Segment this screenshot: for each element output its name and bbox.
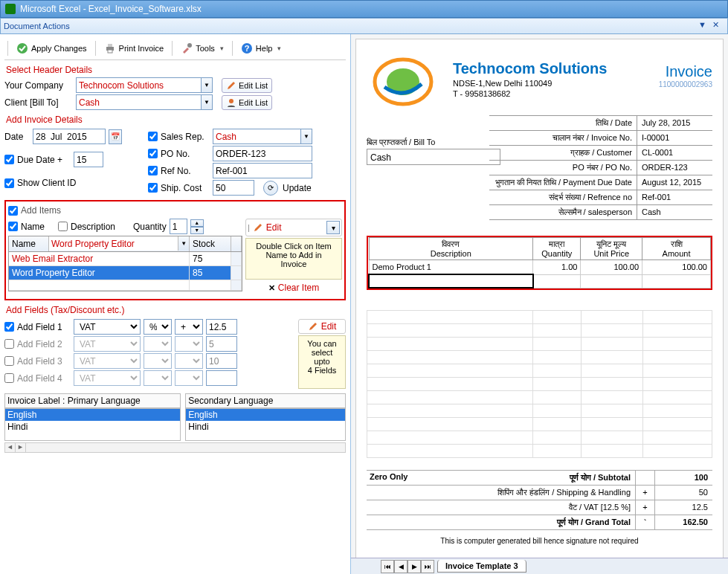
refno-label: Ref No. [161,166,210,176]
dropdown-icon[interactable]: ▼ [698,20,710,32]
company-logo [370,56,437,108]
primary-lang-list[interactable]: English Hindi [4,408,181,441]
horizontal-scrollbar[interactable]: ◄► [4,442,346,453]
field1-op[interactable]: + [175,319,203,335]
chevron-down-icon[interactable]: ▼ [300,129,312,144]
field2-checkbox[interactable] [4,339,14,349]
primary-lang-label: Invoice Label : Primary Language [4,393,181,408]
app-name: Microsoft Excel - [20,4,86,14]
qty-down-button[interactable]: ▼ [190,227,204,234]
date-picker-button[interactable]: 📅 [109,129,122,144]
svg-text:?: ? [244,44,249,53]
field3-checkbox[interactable] [4,356,14,366]
titlebar: Microsoft Excel - Excel_Invoice_Software… [0,0,728,18]
pono-checkbox[interactable] [148,149,158,158]
lang-option[interactable]: English [186,409,345,421]
refno-input[interactable] [213,163,312,178]
pencil-icon [226,80,236,91]
apply-changes-button[interactable]: Apply Changes [11,39,92,57]
edit-item-button[interactable]: Edit [266,222,282,233]
help-menu[interactable]: ? Help [236,39,287,57]
tab-last-icon[interactable]: ⏭ [421,560,434,573]
show-client-id-checkbox[interactable] [4,178,14,188]
field1-checkbox[interactable] [4,322,14,332]
company-input[interactable] [76,77,201,93]
date-input[interactable] [33,129,106,144]
due-date-checkbox[interactable] [4,155,14,164]
svg-point-4 [187,43,192,48]
tab-prev-icon[interactable]: ◀ [394,560,408,573]
name-chk-label: Name [21,222,55,232]
name-checkbox[interactable] [8,222,18,231]
client-combo[interactable]: ▼ [76,94,213,110]
shipcost-label: Ship. Cost [161,183,210,193]
field1-unit[interactable]: % [144,319,172,335]
name-filter-input[interactable] [49,236,178,251]
shipcost-checkbox[interactable] [148,183,158,193]
lang-option[interactable]: Hindi [186,421,345,433]
chevron-down-icon[interactable]: ▼ [178,236,189,251]
secondary-lang-list[interactable]: English Hindi [185,408,346,441]
field1-type[interactable]: VAT [74,319,141,335]
lang-option[interactable]: English [5,409,180,421]
clear-item-button[interactable]: ✕ Clear Item [245,283,342,293]
item-row-selected[interactable]: Word Property Editor 85 [9,266,242,280]
svg-rect-3 [108,50,112,53]
salesrep-checkbox[interactable] [148,132,158,141]
bill-to-block: बिल प्राप्तकर्ता / Bill To Cash [367,136,500,165]
pono-label: PO No. [161,149,210,159]
fields-hint: You canselectupto4 Fields [298,335,346,389]
edit-client-list-button[interactable]: Edit List [222,95,272,110]
items-grid: Name ▼ Stock Web Email Extractor 75 Word… [8,236,242,291]
pencil-icon [253,222,263,233]
salesrep-input[interactable] [213,129,300,144]
field2-type: VAT [74,336,141,352]
edit-dropdown-button[interactable]: ▾ [326,221,340,234]
svg-point-7 [229,99,233,103]
col-stock-header: Stock [190,236,231,251]
chevron-down-icon[interactable]: ▼ [201,94,213,110]
quantity-input[interactable] [170,219,187,234]
chevron-down-icon[interactable]: ▼ [201,77,213,93]
tab-nav[interactable]: ⏮ ◀ ▶ ⏭ [381,560,434,573]
edit-company-list-button[interactable]: Edit List [222,78,272,93]
close-icon[interactable]: ✕ [712,20,724,32]
refno-checkbox[interactable] [148,166,158,175]
quantity-label: Quantity [133,222,167,232]
sheet-tabs: ⏮ ◀ ▶ ⏭ Invoice Template 3 [351,558,728,574]
company-combo[interactable]: ▼ [76,77,213,93]
item-row[interactable]: Web Email Extractor 75 [9,252,242,266]
shipcost-input[interactable] [213,180,254,196]
refresh-icon[interactable]: ⟳ [263,181,278,196]
line-item-row[interactable]: Demo Product 1 1.00 100.00 100.00 [369,260,711,275]
description-checkbox[interactable] [58,222,68,231]
add-items-checkbox[interactable] [8,206,18,216]
qty-up-button[interactable]: ▲ [190,219,204,227]
due-days-input[interactable] [74,152,103,167]
salesrep-label: Sales Rep. [161,132,210,142]
toolbar: Apply Changes Print Invoice Tools ? Help [4,37,346,60]
client-input[interactable] [76,94,201,110]
footer-note: This is computer generated bill hence si… [356,537,723,545]
sheet-tab[interactable]: Invoice Template 3 [437,560,526,573]
tab-next-icon[interactable]: ▶ [408,560,421,573]
document-actions-bar: Document Actions ▼ ✕ [0,18,728,34]
company-phone: T - 9958138682 [453,89,607,98]
update-label: Update [283,183,312,193]
tools-menu[interactable]: Tools [175,39,229,57]
lang-option[interactable]: Hindi [5,421,180,433]
tab-first-icon[interactable]: ⏮ [381,560,394,573]
field1-value[interactable] [206,319,237,335]
print-invoice-button[interactable]: Print Invoice [99,39,170,57]
client-label: Client [Bill To] [4,97,73,108]
field4-checkbox[interactable] [4,373,14,383]
actions-pane: Apply Changes Print Invoice Tools ? Help… [0,34,351,574]
help-icon: ? [241,42,253,54]
svg-point-0 [17,43,28,54]
secondary-lang-label: Secondary Language [185,393,346,408]
add-fields-title: Add Fields (Tax/Discount etc.) [6,305,346,315]
pono-input[interactable] [213,146,312,161]
active-cell[interactable] [369,274,533,288]
company-block: Technocom Solutions NDSE-1,New Delhi 110… [453,60,607,98]
edit-fields-button[interactable]: Edit [298,319,346,334]
